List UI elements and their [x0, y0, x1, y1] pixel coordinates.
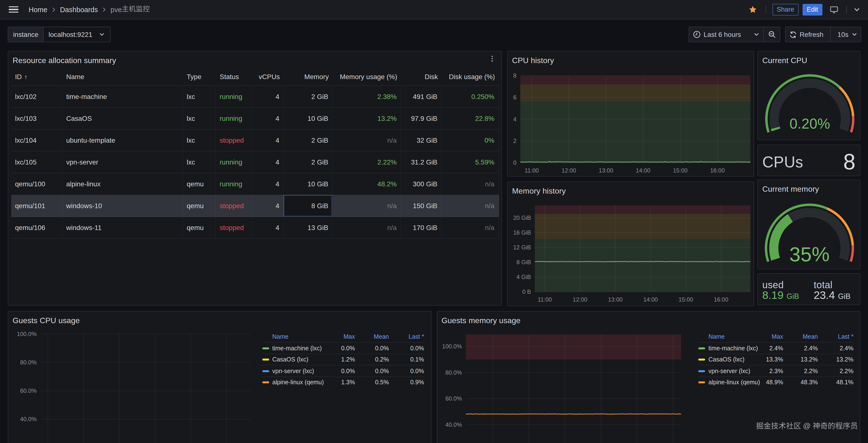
table-cell-disk_usage[interactable]: 0% — [442, 129, 499, 151]
table-cell-name[interactable]: vpn-server — [62, 151, 183, 173]
legend-series-name[interactable]: alpine-linux (qemu) — [262, 379, 338, 386]
panel-title[interactable]: Current memory — [762, 183, 819, 196]
legend-series-name[interactable]: vpn-server (lxc) — [698, 367, 766, 374]
table-cell-memory_usage[interactable]: 13.2% — [333, 108, 401, 129]
panel-title[interactable]: Guests memory usage — [441, 314, 521, 327]
column-header-vcpus[interactable]: vCPUs — [251, 68, 284, 86]
column-header-name[interactable]: Name — [62, 68, 183, 86]
table-cell-name[interactable]: CasaOS — [62, 108, 183, 129]
cpu-history-chart[interactable]: 0246811:0012:0013:0014:0015:0016:00 — [508, 52, 754, 176]
column-header-disk-usage-[interactable]: Disk usage (%) — [442, 68, 499, 86]
table-cell-type[interactable]: qemu — [183, 217, 216, 238]
share-button[interactable]: Share — [772, 4, 798, 15]
legend-series-name[interactable]: CasaOS (lxc) — [698, 356, 766, 363]
time-range-picker[interactable]: Last 6 hours — [689, 27, 763, 42]
table-cell-disk_usage[interactable]: 0.250% — [442, 86, 499, 108]
refresh-button[interactable]: Refresh — [785, 27, 830, 42]
panel-title[interactable]: CPU history — [512, 54, 554, 67]
menu-icon[interactable] — [9, 0, 19, 19]
table-cell-disk[interactable]: 32 GiB — [401, 129, 442, 151]
table-cell-memory_usage[interactable]: 2.22% — [333, 151, 401, 173]
refresh-interval-dropdown[interactable]: 10s — [830, 27, 861, 42]
table-cell-memory_usage[interactable]: 48.2% — [333, 173, 401, 195]
table-cell-id[interactable]: qemu/101 — [11, 195, 62, 217]
table-cell-vcpus[interactable]: 4 — [251, 86, 284, 108]
table-cell-id[interactable]: lxc/104 — [11, 129, 62, 151]
column-header-status[interactable]: Status — [216, 68, 251, 86]
column-header-memory[interactable]: Memory — [284, 68, 333, 86]
panel-title[interactable]: Memory history — [512, 184, 566, 198]
memory-history-chart[interactable]: 0 B4 GiB8 GiB12 GiB16 GiB20 GiB11:0012:0… — [508, 182, 754, 305]
table-cell-id[interactable]: lxc/103 — [11, 108, 62, 129]
table-cell-disk_usage[interactable]: n/a — [442, 195, 499, 217]
table-cell-vcpus[interactable]: 4 — [251, 173, 284, 195]
panel-title[interactable]: Current CPU — [762, 54, 807, 67]
table-cell-vcpus[interactable]: 4 — [251, 151, 284, 173]
table-cell-type[interactable]: lxc — [183, 151, 216, 173]
table-cell-id[interactable]: qemu/106 — [11, 217, 62, 238]
table-cell-disk_usage[interactable]: 5.59% — [442, 151, 499, 173]
table-cell-name[interactable]: alpine-linux — [62, 173, 183, 195]
variable-value-dropdown[interactable]: localhost:9221 — [43, 27, 111, 42]
table-cell-disk[interactable]: 31.2 GiB — [401, 151, 442, 173]
monitor-icon[interactable] — [830, 5, 838, 14]
table-cell-type[interactable]: qemu — [183, 173, 216, 195]
column-header-memory-usage-[interactable]: Memory usage (%) — [333, 68, 401, 86]
table-cell-disk[interactable]: 170 GiB — [401, 217, 442, 238]
table-cell-vcpus[interactable]: 4 — [251, 108, 284, 129]
table-cell-name[interactable]: ubuntu-template — [62, 129, 183, 151]
table-cell-disk[interactable]: 97.9 GiB — [401, 108, 442, 129]
chevron-down-icon[interactable] — [854, 6, 860, 13]
table-cell-disk[interactable]: 150 GiB — [401, 195, 442, 217]
legend-header-max[interactable]: Max — [338, 333, 355, 340]
table-cell-disk[interactable]: 491 GiB — [401, 86, 442, 108]
table-cell-id[interactable]: qemu/100 — [11, 173, 62, 195]
table-cell-memory[interactable]: 2 GiB — [284, 129, 333, 151]
table-cell-type[interactable]: qemu — [183, 195, 216, 217]
table-cell-disk_usage[interactable]: n/a — [442, 173, 499, 195]
legend-header-name[interactable]: Name — [262, 333, 338, 340]
table-cell-memory[interactable]: 2 GiB — [284, 151, 333, 173]
table-cell-memory[interactable]: 10 GiB — [284, 108, 333, 129]
table-cell-type[interactable]: lxc — [183, 108, 216, 129]
legend-header-max[interactable]: Max — [766, 333, 783, 340]
legend-series-name[interactable]: time-machine (lxc) — [262, 345, 338, 352]
table-cell-status[interactable]: stopped — [216, 195, 251, 217]
table-cell-name[interactable]: windows-10 — [62, 195, 183, 217]
table-cell-status[interactable]: stopped — [216, 129, 251, 151]
legend-series-name[interactable]: vpn-server (lxc) — [262, 367, 338, 374]
table-cell-id[interactable]: lxc/102 — [11, 86, 62, 108]
table-cell-status[interactable]: stopped — [216, 217, 251, 238]
legend-header-last[interactable]: Last * — [818, 333, 854, 340]
column-header-disk[interactable]: Disk — [401, 68, 442, 86]
table-cell-status[interactable]: running — [216, 151, 251, 173]
table-cell-memory[interactable]: 2 GiB — [284, 86, 333, 108]
table-cell-memory[interactable]: 10 GiB — [284, 173, 333, 195]
table-cell-status[interactable]: running — [216, 108, 251, 129]
table-cell-memory_usage[interactable]: 2.38% — [333, 86, 401, 108]
table-cell-status[interactable]: running — [216, 173, 251, 195]
table-cell-memory_usage[interactable]: n/a — [333, 217, 401, 238]
breadcrumb-item[interactable]: pve — [111, 5, 150, 14]
star-icon[interactable] — [748, 5, 757, 13]
table-cell-memory[interactable]: 8 GiB — [284, 195, 333, 217]
table-cell-memory[interactable]: 13 GiB — [284, 217, 333, 238]
table-cell-memory_usage[interactable]: n/a — [333, 195, 401, 217]
table-cell-type[interactable]: lxc — [183, 86, 216, 108]
table-cell-type[interactable]: lxc — [183, 129, 216, 151]
table-cell-id[interactable]: lxc/105 — [11, 151, 62, 173]
panel-title[interactable]: Guests CPU usage — [12, 314, 80, 327]
legend-header-mean[interactable]: Mean — [355, 333, 389, 340]
column-header-type[interactable]: Type — [183, 68, 216, 86]
legend-header-mean[interactable]: Mean — [783, 333, 818, 340]
table-cell-vcpus[interactable]: 4 — [251, 195, 284, 217]
edit-button[interactable]: Edit — [802, 4, 823, 15]
table-cell-disk_usage[interactable]: n/a — [442, 217, 499, 238]
table-cell-vcpus[interactable]: 4 — [251, 217, 284, 238]
table-cell-name[interactable]: time-machine — [62, 86, 183, 108]
table-cell-memory_usage[interactable]: n/a — [333, 129, 401, 151]
kebab-menu-icon[interactable] — [489, 55, 496, 62]
breadcrumb-item[interactable]: Home — [29, 6, 47, 13]
panel-title[interactable]: Resource allocation summary — [12, 54, 116, 67]
table-cell-disk_usage[interactable]: 22.8% — [442, 108, 499, 129]
